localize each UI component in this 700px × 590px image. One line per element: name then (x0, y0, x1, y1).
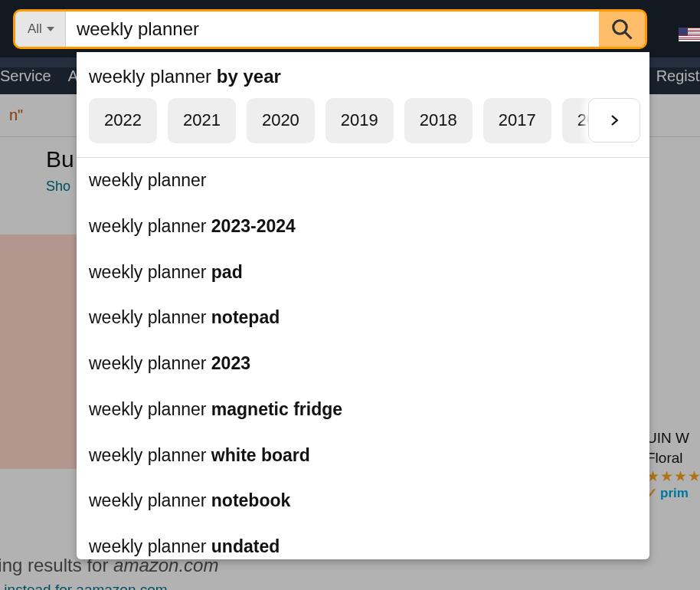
year-chip[interactable]: 2022 (89, 98, 157, 143)
suggestion-prefix: weekly planner (89, 307, 211, 327)
search-suggestions-dropdown: weekly planner by year 2022 2021 2020 20… (77, 52, 649, 559)
suggestion-prefix: weekly planner (89, 399, 211, 419)
suggestion-item[interactable]: weekly planner undated (77, 524, 649, 559)
search-scope-dropdown[interactable]: All (15, 11, 66, 47)
suggestions-header[interactable]: weekly planner by year (77, 61, 649, 98)
top-nav: All (0, 0, 700, 57)
search-bar: All (13, 9, 647, 49)
suggestion-bold: 2023-2024 (211, 216, 296, 236)
language-flag-icon[interactable] (679, 28, 700, 41)
search-icon (610, 18, 633, 41)
year-chip[interactable]: 2017 (483, 98, 551, 143)
suggestion-bold: notepad (211, 307, 280, 327)
svg-point-0 (613, 21, 627, 34)
year-chip-row: 2022 2021 2020 2019 2018 2017 2016 (77, 98, 649, 158)
suggestion-item[interactable]: weekly planner notepad (77, 295, 649, 341)
year-chip[interactable]: 2018 (404, 98, 473, 143)
suggestion-bold: magnetic fridge (211, 399, 342, 419)
year-chip[interactable]: 2021 (168, 98, 236, 143)
suggestion-item[interactable]: weekly planner (77, 158, 649, 204)
suggestion-prefix: weekly planner (89, 490, 211, 510)
chevron-right-icon (607, 113, 621, 127)
suggestion-bold: notebook (211, 490, 291, 510)
suggestions-header-prefix: weekly planner (89, 66, 217, 87)
suggestion-item[interactable]: weekly planner notebook (77, 478, 649, 524)
search-input[interactable] (66, 11, 599, 47)
suggestion-bold: undated (211, 536, 280, 556)
suggestion-bold: pad (211, 262, 243, 282)
suggestion-bold: 2023 (211, 353, 250, 373)
suggestion-item[interactable]: weekly planner white board (77, 433, 649, 479)
search-button[interactable] (599, 11, 645, 47)
suggestion-bold: white board (211, 445, 310, 465)
suggestion-prefix: weekly planner (89, 170, 206, 190)
year-chip[interactable]: 2019 (325, 98, 394, 143)
suggestion-prefix: weekly planner (89, 353, 211, 373)
suggestions-header-bold: by year (217, 66, 281, 87)
suggestion-prefix: weekly planner (89, 536, 211, 556)
year-chip[interactable]: 2020 (247, 98, 315, 143)
svg-line-1 (625, 32, 632, 39)
suggestion-item[interactable]: weekly planner pad (77, 250, 649, 296)
search-scope-label: All (28, 21, 42, 37)
suggestion-prefix: weekly planner (89, 262, 211, 282)
suggestion-prefix: weekly planner (89, 216, 211, 236)
chevron-down-icon (47, 27, 54, 31)
suggestion-item[interactable]: weekly planner 2023-2024 (77, 204, 649, 250)
year-scroll-next-button[interactable] (588, 98, 640, 143)
suggestion-item[interactable]: weekly planner 2023 (77, 341, 649, 387)
suggestion-prefix: weekly planner (89, 445, 211, 465)
suggestion-item[interactable]: weekly planner magnetic fridge (77, 387, 649, 433)
